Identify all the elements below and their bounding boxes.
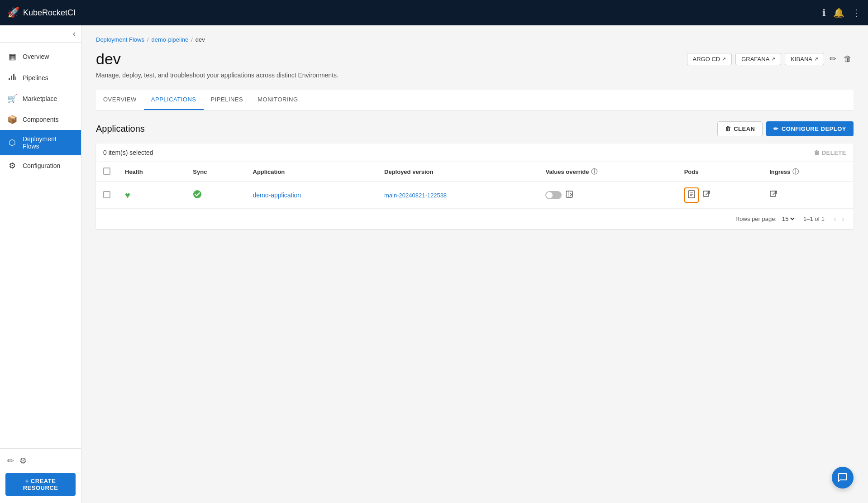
table-row: ♥ demo-app bbox=[96, 182, 854, 209]
select-all-checkbox[interactable] bbox=[103, 168, 110, 175]
grafana-label: GRAFANA bbox=[741, 56, 769, 62]
svg-rect-3 bbox=[15, 77, 16, 80]
marketplace-icon: 🛒 bbox=[7, 94, 17, 104]
breadcrumb: Deployment Flows / demo-pipeline / dev bbox=[96, 36, 854, 43]
td-pods bbox=[677, 182, 763, 209]
edit-settings-icon[interactable]: ✏ bbox=[7, 456, 14, 466]
overview-icon: ▦ bbox=[7, 52, 17, 62]
rows-per-page-select[interactable]: 15 25 50 bbox=[780, 215, 796, 223]
td-health: ♥ bbox=[118, 182, 186, 209]
breadcrumb-demo-pipeline[interactable]: demo-pipeline bbox=[152, 36, 189, 43]
version-link[interactable]: main-20240821-122538 bbox=[384, 192, 447, 199]
svg-rect-10 bbox=[703, 191, 709, 196]
rows-per-page: Rows per page: 15 25 50 bbox=[735, 215, 796, 223]
table-body: ♥ demo-app bbox=[96, 182, 854, 209]
values-override-open-btn[interactable] bbox=[565, 190, 573, 201]
tab-monitoring[interactable]: MONITORING bbox=[250, 90, 305, 110]
row-checkbox[interactable] bbox=[103, 191, 110, 198]
breadcrumb-sep-2: / bbox=[191, 36, 193, 43]
table-toolbar: 0 item(s) selected 🗑 DELETE bbox=[96, 144, 854, 162]
page-edit-button[interactable]: ✏ bbox=[828, 52, 838, 66]
tab-overview[interactable]: OVERVIEW bbox=[96, 90, 144, 110]
tab-pipelines[interactable]: PIPELINES bbox=[204, 90, 251, 110]
page-subtitle: Manage, deploy, test, and troubleshoot y… bbox=[96, 72, 854, 79]
breadcrumb-sep-1: / bbox=[147, 36, 149, 43]
delete-icon: 🗑 bbox=[814, 149, 820, 156]
chat-fab-button[interactable] bbox=[832, 467, 854, 489]
configure-deploy-button[interactable]: ✏ CONFIGURE DEPLOY bbox=[766, 121, 854, 136]
application-link[interactable]: demo-application bbox=[253, 192, 301, 199]
breadcrumb-deployment-flows[interactable]: Deployment Flows bbox=[96, 36, 144, 43]
th-pods: Pods bbox=[677, 162, 763, 182]
sidebar-item-components[interactable]: 📦 Components bbox=[0, 109, 81, 130]
pagination-buttons: ‹ › bbox=[832, 213, 846, 225]
pod-doc-button[interactable] bbox=[684, 187, 699, 203]
sidebar-item-pipelines[interactable]: Pipelines bbox=[0, 67, 81, 88]
svg-rect-0 bbox=[9, 78, 10, 80]
deployment-flows-icon: ⬡ bbox=[7, 138, 17, 148]
td-values-override bbox=[538, 182, 677, 209]
applications-section-title: Applications bbox=[96, 124, 145, 134]
argo-cd-label: ARGO CD bbox=[693, 56, 720, 62]
svg-rect-2 bbox=[13, 74, 14, 80]
pagination-prev-button[interactable]: ‹ bbox=[832, 213, 838, 225]
td-application: demo-application bbox=[246, 182, 377, 209]
app-logo: 🚀 KubeRocketCI bbox=[7, 7, 76, 19]
clean-label: CLEAN bbox=[734, 125, 755, 132]
table-delete-button[interactable]: 🗑 DELETE bbox=[814, 149, 846, 156]
more-menu-btn[interactable]: ⋮ bbox=[852, 7, 861, 18]
argo-cd-button[interactable]: ARGO CD ↗ bbox=[687, 53, 732, 65]
sidebar-item-deployment-flows[interactable]: ⬡ Deployment Flows bbox=[0, 130, 81, 155]
rows-per-page-label: Rows per page: bbox=[735, 216, 777, 222]
breadcrumb-current: dev bbox=[196, 36, 205, 43]
values-override-toggle[interactable] bbox=[545, 191, 562, 199]
pagination-next-button[interactable]: › bbox=[840, 213, 846, 225]
sidebar-collapse-btn[interactable]: ‹ bbox=[73, 29, 76, 38]
th-deployed-version: Deployed version bbox=[377, 162, 538, 182]
sidebar-item-overview[interactable]: ▦ Overview bbox=[0, 46, 81, 67]
sync-icon bbox=[193, 191, 202, 201]
clean-button[interactable]: 🗑 CLEAN bbox=[717, 121, 763, 136]
th-ingress: Ingress ⓘ bbox=[762, 162, 854, 182]
table-footer: Rows per page: 15 25 50 1–1 of 1 ‹ › bbox=[96, 209, 854, 229]
td-sync bbox=[186, 182, 245, 209]
sidebar-item-label: Components bbox=[23, 116, 58, 123]
top-navigation: 🚀 KubeRocketCI ℹ 🔔 ⋮ bbox=[0, 0, 868, 25]
components-icon: 📦 bbox=[7, 115, 17, 125]
section-actions: 🗑 CLEAN ✏ CONFIGURE DEPLOY bbox=[717, 121, 854, 136]
kibana-label: KIBANA bbox=[791, 56, 812, 62]
bell-icon-btn[interactable]: 🔔 bbox=[833, 7, 844, 18]
ingress-ext-button[interactable] bbox=[769, 190, 777, 201]
sidebar-item-marketplace[interactable]: 🛒 Marketplace bbox=[0, 88, 81, 109]
svg-rect-11 bbox=[770, 191, 776, 196]
th-select-all[interactable] bbox=[96, 162, 118, 182]
kibana-ext-icon: ↗ bbox=[814, 56, 818, 62]
svg-rect-1 bbox=[11, 76, 12, 80]
sidebar-item-configuration[interactable]: ⚙ Configuration bbox=[0, 155, 81, 176]
td-checkbox[interactable] bbox=[96, 182, 118, 209]
th-health: Health bbox=[118, 162, 186, 182]
td-deployed-version: main-20240821-122538 bbox=[377, 182, 538, 209]
page-title: dev bbox=[96, 50, 121, 68]
sidebar-item-label: Pipelines bbox=[23, 74, 48, 81]
create-resource-button[interactable]: + CREATE RESOURCE bbox=[5, 473, 76, 496]
argo-cd-ext-icon: ↗ bbox=[722, 56, 726, 62]
kibana-button[interactable]: KIBANA ↗ bbox=[785, 53, 824, 65]
applications-table-container: 0 item(s) selected 🗑 DELETE Healt bbox=[96, 144, 854, 229]
values-override-info-icon[interactable]: ⓘ bbox=[591, 168, 597, 176]
page-delete-button[interactable]: 🗑 bbox=[842, 53, 854, 66]
th-sync: Sync bbox=[186, 162, 245, 182]
sidebar-item-label: Deployment Flows bbox=[23, 135, 74, 150]
grafana-button[interactable]: GRAFANA ↗ bbox=[735, 53, 781, 65]
th-application: Application bbox=[246, 162, 377, 182]
grafana-ext-icon: ↗ bbox=[771, 56, 775, 62]
main-content: Deployment Flows / demo-pipeline / dev d… bbox=[81, 25, 868, 503]
settings-icon[interactable]: ⚙ bbox=[19, 456, 27, 466]
sidebar-item-label: Marketplace bbox=[23, 95, 57, 102]
pod-ext-button[interactable] bbox=[702, 190, 711, 201]
configure-deploy-icon: ✏ bbox=[773, 125, 779, 132]
tab-applications[interactable]: APPLICATIONS bbox=[144, 90, 204, 110]
info-icon-btn[interactable]: ℹ bbox=[822, 7, 826, 18]
ingress-info-icon[interactable]: ⓘ bbox=[792, 168, 799, 176]
sidebar-item-label: Configuration bbox=[23, 162, 60, 169]
